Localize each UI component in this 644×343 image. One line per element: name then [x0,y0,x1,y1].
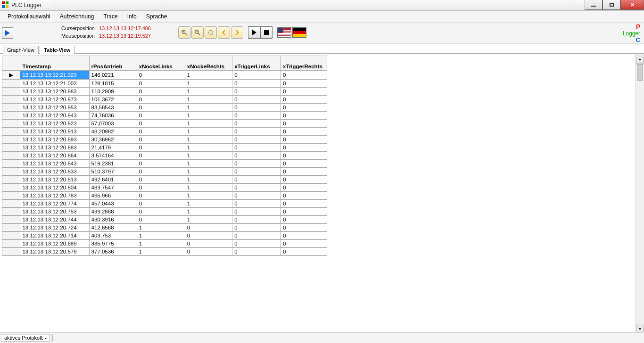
cell[interactable]: 13.12.13 13:12:20.753 [20,208,89,216]
cell[interactable]: 1 [185,168,232,176]
table-row[interactable]: 13.12.13 13:12:20.833510,37970100 [2,168,327,176]
cell[interactable]: 0 [137,96,185,104]
cell[interactable]: 0 [281,184,327,192]
table-row[interactable]: 13.12.13 13:12:20.94374,760360100 [2,112,327,120]
cell[interactable]: 3,574164 [89,152,137,160]
cell[interactable]: 1 [185,160,232,168]
cell[interactable]: 74,76036 [89,112,137,120]
cell[interactable]: 0 [137,80,185,88]
cell[interactable]: 1 [185,144,232,152]
cell[interactable]: 48,20982 [89,128,137,136]
cell[interactable]: 1 [185,184,232,192]
cell[interactable]: 1 [185,120,232,128]
cell[interactable]: 13.12.13 13:12:20.864 [20,152,89,160]
maximize-button[interactable] [603,0,620,10]
cell[interactable]: 13.12.13 13:12:20.744 [20,216,89,224]
cell[interactable]: 510,3797 [89,168,137,176]
cell[interactable]: 0 [232,208,281,216]
cell[interactable]: 0 [137,176,185,184]
cell[interactable]: 13.12.13 13:12:20.953 [20,104,89,112]
cell[interactable]: 13.12.13 13:12:20.714 [20,232,89,240]
cell[interactable]: 0 [281,96,327,104]
cell[interactable]: 13.12.13 13:12:20.679 [20,248,89,256]
table-row[interactable]: 13.12.13 13:12:20.973101,36720100 [2,96,327,104]
cell[interactable]: 0 [137,168,185,176]
zoom-in-button[interactable] [178,26,190,39]
cell[interactable]: 13.12.13 13:12:20.774 [20,200,89,208]
cell[interactable]: 0 [232,136,281,144]
table-row[interactable]: 13.12.13 13:12:20.95383,585430100 [2,104,327,112]
cell[interactable]: 0 [232,168,281,176]
table-row[interactable]: 13.12.13 13:12:20.813492,64010100 [2,176,327,184]
cell[interactable]: 492,6401 [89,176,137,184]
cell[interactable]: 0 [137,208,185,216]
table-row[interactable]: 13.12.13 13:12:20.843519,23810100 [2,160,327,168]
cell[interactable]: 1 [185,200,232,208]
cell[interactable]: 13.12.13 13:12:20.724 [20,224,89,232]
cell[interactable]: 1 [185,216,232,224]
cell[interactable]: 0 [137,120,185,128]
nav-right-button[interactable] [231,26,243,39]
cell[interactable]: 1 [137,240,185,248]
cell[interactable]: 13.12.13 13:12:20.893 [20,136,89,144]
table-row[interactable]: 13.12.13 13:12:20.724412,65681000 [2,224,327,232]
table-row[interactable]: 13.12.13 13:12:20.774457,04430100 [2,200,327,208]
cell[interactable]: 0 [281,200,327,208]
cell[interactable]: 0 [232,71,281,80]
start-button[interactable] [248,26,260,39]
cell[interactable]: 146,0221 [89,71,137,80]
cell[interactable]: 1 [185,71,232,80]
table-row[interactable]: ▶13.12.13 13:12:21.023146,02210100 [2,71,327,80]
cell[interactable]: 0 [185,224,232,232]
cell[interactable]: 0 [232,216,281,224]
stop-button[interactable] [260,26,272,39]
cell[interactable]: 0 [281,240,327,248]
cell[interactable]: 0 [281,128,327,136]
cell[interactable]: 1 [185,152,232,160]
table-row[interactable]: 13.12.13 13:12:20.91348,209820100 [2,128,327,136]
cell[interactable]: 1 [185,80,232,88]
cell[interactable]: 101,3672 [89,96,137,104]
cell[interactable]: 0 [137,136,185,144]
table-row[interactable]: 13.12.13 13:12:20.679377,05361000 [2,248,327,256]
cell[interactable]: 1 [137,224,185,232]
cell[interactable]: 0 [185,248,232,256]
cell[interactable]: 0 [232,112,281,120]
cell[interactable]: 0 [232,224,281,232]
cell[interactable]: 0 [281,232,327,240]
col-rposantrieb[interactable]: rPosAntrieb [89,56,137,71]
menu-aufzeichnung[interactable]: Aufzeichnung [55,12,99,21]
cell[interactable]: 0 [281,160,327,168]
cell[interactable]: 385,9775 [89,240,137,248]
cell[interactable]: 0 [185,232,232,240]
table-row[interactable]: 13.12.13 13:12:21.003128,18150100 [2,80,327,88]
cell[interactable]: 83,58543 [89,104,137,112]
cell[interactable]: 1 [185,128,232,136]
cell[interactable]: 403,753 [89,232,137,240]
cell[interactable]: 0 [137,216,185,224]
cell[interactable]: 30,36962 [89,136,137,144]
cell[interactable]: 0 [281,248,327,256]
cell[interactable]: 1 [185,104,232,112]
cell[interactable]: 430,3916 [89,216,137,224]
col-xtriggerrechts[interactable]: xTriggerRechts [281,56,327,71]
cell[interactable]: 465,966 [89,192,137,200]
cell[interactable]: 439,2888 [89,208,137,216]
cell[interactable]: 13.12.13 13:12:20.983 [20,88,89,96]
cell[interactable]: 0 [137,144,185,152]
cell[interactable]: 0 [232,192,281,200]
cell[interactable]: 0 [232,152,281,160]
zoom-out-button[interactable] [191,26,204,39]
language-en-button[interactable] [277,27,291,38]
table-row[interactable]: 13.12.13 13:12:20.8643,5741640100 [2,152,327,160]
col-xtriggerlinks[interactable]: xTriggerLinks [232,56,281,71]
cell[interactable]: 0 [281,224,327,232]
cell[interactable]: 0 [281,80,327,88]
cell[interactable]: 13.12.13 13:12:21.023 [20,71,89,80]
table-row[interactable]: 13.12.13 13:12:20.804483,75470100 [2,184,327,192]
cell[interactable]: 0 [137,128,185,136]
cell[interactable]: 0 [232,248,281,256]
scroll-up-arrow[interactable]: ▲ [636,55,644,64]
table-row[interactable]: 13.12.13 13:12:20.983110,29090100 [2,88,327,96]
cell[interactable]: 0 [281,216,327,224]
